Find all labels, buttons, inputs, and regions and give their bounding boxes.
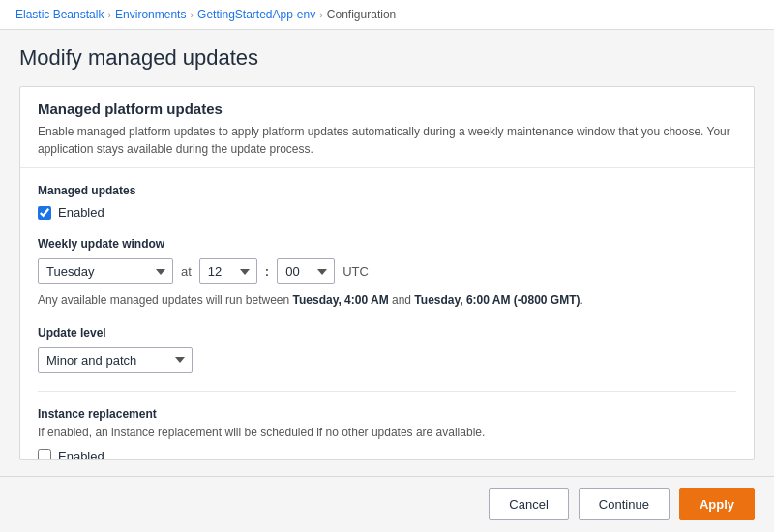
page-title: Modify managed updates	[19, 45, 755, 71]
weekly-window-section: Weekly update window Tuesday Monday Wedn…	[38, 237, 736, 309]
managed-updates-checkbox-label: Enabled	[58, 205, 104, 220]
breadcrumb-environments[interactable]: Environments	[115, 8, 186, 21]
info-suffix: .	[580, 293, 583, 307]
card-header: Managed platform updates Enable managed …	[20, 87, 754, 168]
divider	[38, 391, 736, 392]
breadcrumb-elastic-beanstalk[interactable]: Elastic Beanstalk	[15, 8, 104, 21]
instance-replacement-label: Instance replacement	[38, 407, 736, 421]
breadcrumb-configuration: Configuration	[327, 8, 396, 21]
card-header-title: Managed platform updates	[38, 101, 736, 117]
card-header-description: Enable managed platform updates to apply…	[38, 123, 736, 158]
continue-button[interactable]: Continue	[579, 488, 670, 520]
breadcrumb: Elastic Beanstalk › Environments › Getti…	[0, 0, 774, 30]
update-level-label: Update level	[38, 326, 736, 340]
info-mid: and	[389, 293, 415, 307]
card-body: Managed updates Enabled Weekly update wi…	[20, 168, 754, 460]
instance-replacement-checkbox[interactable]	[38, 449, 51, 460]
info-bold-1: Tuesday, 4:00 AM	[293, 293, 389, 307]
instance-replacement-enabled-row: Enabled	[38, 449, 736, 460]
at-label: at	[181, 264, 192, 279]
managed-updates-enabled-row: Enabled	[38, 205, 736, 220]
breadcrumb-sep-3: ›	[319, 9, 323, 20]
minute-select[interactable]: 00 15 30 45	[277, 258, 335, 284]
instance-replacement-checkbox-label: Enabled	[58, 449, 104, 460]
managed-updates-section: Managed updates Enabled	[38, 184, 736, 220]
day-select[interactable]: Tuesday Monday Wednesday Thursday Friday…	[38, 258, 173, 284]
action-bar: Cancel Continue Apply	[0, 476, 774, 532]
breadcrumb-app-env[interactable]: GettingStartedApp-env	[197, 8, 315, 21]
colon-separator: :	[265, 264, 269, 279]
weekly-window-row: Tuesday Monday Wednesday Thursday Friday…	[38, 258, 736, 284]
managed-updates-checkbox[interactable]	[38, 206, 51, 220]
update-level-select[interactable]: Minor and patch Patch only	[38, 347, 193, 373]
cancel-button[interactable]: Cancel	[489, 488, 568, 520]
instance-replacement-section: Instance replacement If enabled, an inst…	[38, 407, 736, 460]
utc-label: UTC	[342, 264, 369, 279]
hour-select[interactable]: 12 00010203 04050607 08091011 13141516 1…	[199, 258, 257, 284]
managed-updates-card: Managed platform updates Enable managed …	[19, 86, 755, 460]
instance-replacement-desc: If enabled, an instance replacement will…	[38, 425, 736, 441]
breadcrumb-sep-1: ›	[107, 9, 111, 20]
breadcrumb-sep-2: ›	[190, 9, 194, 20]
update-level-section: Update level Minor and patch Patch only	[38, 326, 736, 373]
weekly-window-label: Weekly update window	[38, 237, 736, 251]
info-prefix: Any available managed updates will run b…	[38, 293, 293, 307]
info-bold-2: Tuesday, 6:00 AM (-0800 GMT)	[414, 293, 580, 307]
managed-updates-label: Managed updates	[38, 184, 736, 197]
apply-button[interactable]: Apply	[679, 488, 755, 520]
window-info-text: Any available managed updates will run b…	[38, 292, 736, 309]
page-container: Modify managed updates Managed platform …	[0, 30, 774, 476]
